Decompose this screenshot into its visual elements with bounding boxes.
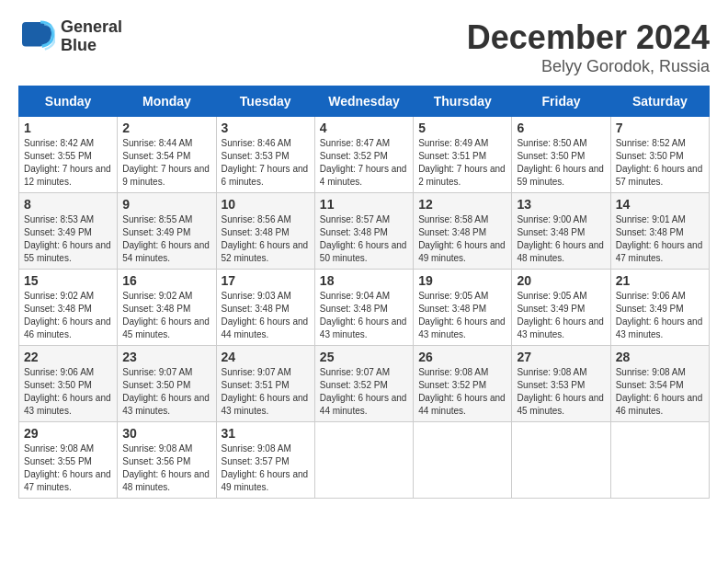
- day-cell-28: 28 Sunrise: 9:08 AMSunset: 3:54 PMDaylig…: [610, 346, 709, 422]
- day-number: 30: [122, 426, 210, 441]
- day-number: 5: [418, 121, 506, 135]
- day-info: Sunrise: 9:05 AMSunset: 3:49 PMDaylight:…: [517, 290, 605, 341]
- day-cell-15: 15 Sunrise: 9:02 AMSunset: 3:48 PMDaylig…: [19, 270, 118, 346]
- day-info: Sunrise: 8:49 AMSunset: 3:51 PMDaylight:…: [418, 137, 506, 189]
- week-row-5: 29 Sunrise: 9:08 AMSunset: 3:55 PMDaylig…: [19, 422, 710, 499]
- day-cell-8: 8 Sunrise: 8:53 AMSunset: 3:49 PMDayligh…: [19, 193, 118, 270]
- day-info: Sunrise: 9:07 AMSunset: 3:52 PMDaylight:…: [320, 366, 408, 418]
- day-info: Sunrise: 9:05 AMSunset: 3:48 PMDaylight:…: [418, 290, 506, 341]
- day-number: 19: [418, 273, 506, 288]
- weekday-header-saturday: Saturday: [610, 86, 709, 117]
- day-cell-1: 1 Sunrise: 8:42 AMSunset: 3:55 PMDayligh…: [19, 117, 118, 193]
- day-number: 10: [222, 197, 310, 212]
- day-number: 11: [320, 197, 408, 212]
- day-info: Sunrise: 9:04 AMSunset: 3:48 PMDaylight:…: [320, 290, 408, 341]
- day-number: 26: [418, 350, 506, 364]
- weekday-header-sunday: Sunday: [19, 86, 118, 117]
- day-cell-27: 27 Sunrise: 9:08 AMSunset: 3:53 PMDaylig…: [512, 346, 610, 422]
- day-number: 20: [517, 273, 605, 288]
- day-info: Sunrise: 9:02 AMSunset: 3:48 PMDaylight:…: [122, 290, 210, 341]
- day-cell-25: 25 Sunrise: 9:07 AMSunset: 3:52 PMDaylig…: [314, 346, 413, 422]
- day-cell-9: 9 Sunrise: 8:55 AMSunset: 3:49 PMDayligh…: [118, 193, 216, 270]
- day-number: 7: [616, 121, 704, 135]
- day-cell-20: 20 Sunrise: 9:05 AMSunset: 3:49 PMDaylig…: [512, 270, 610, 346]
- day-number: 8: [24, 197, 112, 212]
- day-number: 25: [320, 350, 408, 364]
- day-cell-16: 16 Sunrise: 9:02 AMSunset: 3:48 PMDaylig…: [118, 270, 216, 346]
- day-number: 29: [24, 426, 112, 441]
- empty-cell: [512, 422, 610, 499]
- day-info: Sunrise: 8:47 AMSunset: 3:52 PMDaylight:…: [320, 137, 408, 189]
- day-info: Sunrise: 9:07 AMSunset: 3:51 PMDaylight:…: [222, 366, 310, 418]
- week-row-1: 1 Sunrise: 8:42 AMSunset: 3:55 PMDayligh…: [19, 117, 710, 193]
- day-cell-6: 6 Sunrise: 8:50 AMSunset: 3:50 PMDayligh…: [512, 117, 610, 193]
- day-info: Sunrise: 9:08 AMSunset: 3:52 PMDaylight:…: [418, 366, 506, 418]
- weekday-header-thursday: Thursday: [414, 86, 512, 117]
- day-info: Sunrise: 8:50 AMSunset: 3:50 PMDaylight:…: [517, 137, 605, 189]
- empty-cell: [314, 422, 413, 499]
- empty-cell: [414, 422, 512, 499]
- day-cell-29: 29 Sunrise: 9:08 AMSunset: 3:55 PMDaylig…: [19, 422, 118, 499]
- logo-text: General Blue: [61, 18, 122, 55]
- day-info: Sunrise: 9:00 AMSunset: 3:48 PMDaylight:…: [517, 213, 605, 265]
- day-info: Sunrise: 8:57 AMSunset: 3:48 PMDaylight:…: [320, 213, 408, 265]
- day-number: 17: [222, 273, 310, 288]
- day-info: Sunrise: 9:06 AMSunset: 3:50 PMDaylight:…: [24, 366, 112, 418]
- day-cell-22: 22 Sunrise: 9:06 AMSunset: 3:50 PMDaylig…: [19, 346, 118, 422]
- day-info: Sunrise: 8:52 AMSunset: 3:50 PMDaylight:…: [616, 137, 704, 189]
- day-number: 22: [24, 350, 112, 364]
- day-info: Sunrise: 8:53 AMSunset: 3:49 PMDaylight:…: [24, 213, 112, 265]
- weekday-header-wednesday: Wednesday: [314, 86, 413, 117]
- day-cell-11: 11 Sunrise: 8:57 AMSunset: 3:48 PMDaylig…: [314, 193, 413, 270]
- title-block: December 2024 Belyy Gorodok, Russia: [467, 18, 710, 76]
- calendar-table: SundayMondayTuesdayWednesdayThursdayFrid…: [18, 86, 710, 499]
- day-number: 15: [24, 273, 112, 288]
- day-number: 12: [418, 197, 506, 212]
- day-number: 16: [122, 273, 210, 288]
- day-cell-26: 26 Sunrise: 9:08 AMSunset: 3:52 PMDaylig…: [414, 346, 512, 422]
- day-number: 2: [122, 121, 210, 135]
- day-cell-3: 3 Sunrise: 8:46 AMSunset: 3:53 PMDayligh…: [216, 117, 314, 193]
- weekday-header-friday: Friday: [512, 86, 610, 117]
- month-title: December 2024: [467, 18, 710, 57]
- day-number: 27: [517, 350, 605, 364]
- day-cell-14: 14 Sunrise: 9:01 AMSunset: 3:48 PMDaylig…: [610, 193, 709, 270]
- logo: General Blue: [18, 18, 122, 55]
- weekday-header-monday: Monday: [118, 86, 216, 117]
- day-number: 9: [122, 197, 210, 212]
- day-number: 18: [320, 273, 408, 288]
- day-number: 13: [517, 197, 605, 212]
- day-cell-7: 7 Sunrise: 8:52 AMSunset: 3:50 PMDayligh…: [610, 117, 709, 193]
- page-header: General Blue December 2024 Belyy Gorodok…: [18, 18, 710, 76]
- day-cell-30: 30 Sunrise: 9:08 AMSunset: 3:56 PMDaylig…: [118, 422, 216, 499]
- week-row-2: 8 Sunrise: 8:53 AMSunset: 3:49 PMDayligh…: [19, 193, 710, 270]
- day-cell-13: 13 Sunrise: 9:00 AMSunset: 3:48 PMDaylig…: [512, 193, 610, 270]
- day-cell-19: 19 Sunrise: 9:05 AMSunset: 3:48 PMDaylig…: [414, 270, 512, 346]
- day-info: Sunrise: 9:03 AMSunset: 3:48 PMDaylight:…: [222, 290, 310, 341]
- day-cell-12: 12 Sunrise: 8:58 AMSunset: 3:48 PMDaylig…: [414, 193, 512, 270]
- day-info: Sunrise: 8:44 AMSunset: 3:54 PMDaylight:…: [122, 137, 210, 189]
- day-info: Sunrise: 9:08 AMSunset: 3:54 PMDaylight:…: [616, 366, 704, 418]
- day-info: Sunrise: 9:06 AMSunset: 3:49 PMDaylight:…: [616, 290, 704, 341]
- day-info: Sunrise: 9:07 AMSunset: 3:50 PMDaylight:…: [122, 366, 210, 418]
- day-number: 23: [122, 350, 210, 364]
- day-number: 6: [517, 121, 605, 135]
- week-row-3: 15 Sunrise: 9:02 AMSunset: 3:48 PMDaylig…: [19, 270, 710, 346]
- day-number: 31: [222, 426, 310, 441]
- day-cell-2: 2 Sunrise: 8:44 AMSunset: 3:54 PMDayligh…: [118, 117, 216, 193]
- empty-cell: [610, 422, 709, 499]
- day-cell-4: 4 Sunrise: 8:47 AMSunset: 3:52 PMDayligh…: [314, 117, 413, 193]
- day-cell-23: 23 Sunrise: 9:07 AMSunset: 3:50 PMDaylig…: [118, 346, 216, 422]
- day-cell-31: 31 Sunrise: 9:08 AMSunset: 3:57 PMDaylig…: [216, 422, 314, 499]
- day-cell-21: 21 Sunrise: 9:06 AMSunset: 3:49 PMDaylig…: [610, 270, 709, 346]
- day-info: Sunrise: 9:02 AMSunset: 3:48 PMDaylight:…: [24, 290, 112, 341]
- day-info: Sunrise: 9:08 AMSunset: 3:56 PMDaylight:…: [122, 442, 210, 494]
- day-info: Sunrise: 8:58 AMSunset: 3:48 PMDaylight:…: [418, 213, 506, 265]
- location-title: Belyy Gorodok, Russia: [467, 57, 710, 76]
- logo-icon: [18, 18, 55, 55]
- weekday-header-row: SundayMondayTuesdayWednesdayThursdayFrid…: [19, 86, 710, 117]
- week-row-4: 22 Sunrise: 9:06 AMSunset: 3:50 PMDaylig…: [19, 346, 710, 422]
- day-info: Sunrise: 8:56 AMSunset: 3:48 PMDaylight:…: [222, 213, 310, 265]
- day-info: Sunrise: 9:08 AMSunset: 3:57 PMDaylight:…: [222, 442, 310, 494]
- day-cell-10: 10 Sunrise: 8:56 AMSunset: 3:48 PMDaylig…: [216, 193, 314, 270]
